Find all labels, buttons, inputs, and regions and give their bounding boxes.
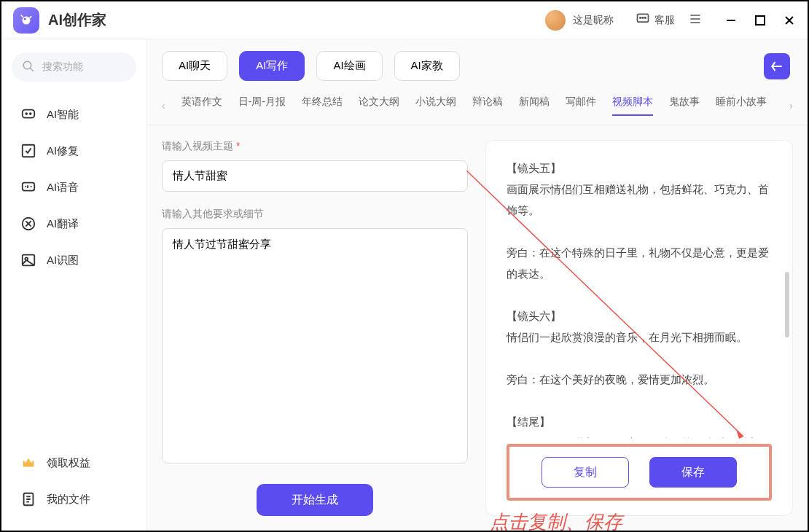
chat-icon xyxy=(636,12,650,28)
sub-tabs: ‹ 英语作文日-周-月报年终总结论文大纲小说大纲辩论稿新闻稿写邮件视频脚本鬼故事… xyxy=(147,88,808,125)
search-icon xyxy=(22,60,35,75)
sub-tab[interactable]: 小说大纲 xyxy=(415,95,456,116)
svg-point-3 xyxy=(640,17,641,19)
user-area[interactable]: 这是昵称 xyxy=(545,10,614,31)
required-mark: * xyxy=(236,140,240,152)
sidebar-item-label: AI识图 xyxy=(47,254,79,267)
ai-chat-icon xyxy=(20,106,36,122)
sidebar-item-ai-voice[interactable]: AI语音 xyxy=(12,169,136,206)
titlebar: AI创作家 这是昵称 客服 xyxy=(1,1,808,39)
sidebar-item-label: AI智能 xyxy=(47,108,79,122)
search-placeholder: 搜索功能 xyxy=(42,60,83,74)
mode-tab[interactable]: AI聊天 xyxy=(162,51,227,81)
copy-button[interactable]: 复制 xyxy=(542,457,629,488)
sub-tab[interactable]: 鬼故事 xyxy=(669,95,700,116)
sidebar-item-ai-repair[interactable]: AI修复 xyxy=(12,133,136,169)
mode-tab[interactable]: AI写作 xyxy=(239,51,305,81)
svg-point-0 xyxy=(23,16,31,24)
sidebar-item-files[interactable]: 我的文件 xyxy=(12,481,136,517)
sidebar-item-ai-smart[interactable]: AI智能 xyxy=(12,96,136,133)
sidebar-item-label: 领取权益 xyxy=(47,456,90,470)
svg-point-1 xyxy=(24,17,26,20)
voice-icon xyxy=(20,179,36,195)
save-button[interactable]: 保存 xyxy=(649,457,737,488)
nickname: 这是昵称 xyxy=(573,14,614,27)
sidebar-item-ai-translate[interactable]: AI翻译 xyxy=(12,206,136,242)
scrollbar[interactable] xyxy=(785,272,789,337)
sidebar-item-label: AI修复 xyxy=(47,144,79,158)
sub-tab[interactable]: 英语作文 xyxy=(181,95,222,116)
crown-icon xyxy=(20,455,36,471)
sidebar-item-label: AI语音 xyxy=(47,181,79,195)
history-button[interactable] xyxy=(764,53,790,79)
hamburger-icon[interactable] xyxy=(688,12,703,29)
sub-tab[interactable]: 睡前小故事 xyxy=(716,95,767,116)
svg-point-9 xyxy=(26,113,27,114)
output-panel: 【镜头五】 画面展示情侣们互相赠送礼物，包括鲜花、巧克力、首饰等。 旁白：在这个… xyxy=(485,140,793,516)
translate-icon xyxy=(20,216,36,232)
action-highlight-box: 复制 保存 xyxy=(507,444,772,501)
minimize-button[interactable] xyxy=(724,14,738,27)
generate-button[interactable]: 开始生成 xyxy=(257,484,373,516)
mode-tabs: AI聊天AI写作AI绘画AI家教 xyxy=(147,39,808,88)
sub-tab[interactable]: 新闻稿 xyxy=(519,95,550,116)
cs-label: 客服 xyxy=(654,14,675,27)
mode-tab[interactable]: AI绘画 xyxy=(316,51,382,81)
detail-textarea[interactable] xyxy=(162,228,468,463)
sub-tab[interactable]: 年终总结 xyxy=(302,95,343,116)
sidebar-item-label: AI翻译 xyxy=(47,217,79,231)
sub-tab[interactable]: 视频脚本 xyxy=(612,95,653,116)
svg-point-7 xyxy=(23,61,31,69)
svg-point-4 xyxy=(642,17,644,19)
maximize-button[interactable] xyxy=(754,14,767,27)
repair-icon xyxy=(20,143,36,159)
output-text[interactable]: 【镜头五】 画面展示情侣们互相赠送礼物，包括鲜花、巧克力、首饰等。 旁白：在这个… xyxy=(507,158,772,438)
search-input[interactable]: 搜索功能 xyxy=(12,52,136,82)
topic-input[interactable] xyxy=(162,160,468,192)
sub-tab[interactable]: 辩论稿 xyxy=(472,95,503,116)
sidebar: 搜索功能 AI智能 AI修复 AI语音 AI翻译 AI识图 领取权益 xyxy=(1,39,147,531)
svg-point-10 xyxy=(30,113,31,114)
sidebar-item-rewards[interactable]: 领取权益 xyxy=(12,445,136,481)
app-title: AI创作家 xyxy=(48,10,106,30)
file-icon xyxy=(20,491,36,507)
topic-label: 请输入视频主题 * xyxy=(162,140,468,153)
svg-point-5 xyxy=(645,17,646,19)
svg-rect-6 xyxy=(756,16,765,25)
form-column: 请输入视频主题 * 请输入其他要求或细节 开始生成 xyxy=(162,140,468,516)
app-logo xyxy=(13,7,39,34)
mode-tab[interactable]: AI家教 xyxy=(394,51,460,81)
chevron-right-icon[interactable]: › xyxy=(789,100,793,112)
sidebar-item-label: 我的文件 xyxy=(47,493,90,506)
image-icon xyxy=(20,252,36,268)
close-button[interactable] xyxy=(783,14,796,27)
content: AI聊天AI写作AI绘画AI家教 ‹ 英语作文日-周-月报年终总结论文大纲小说大… xyxy=(147,39,808,531)
sub-tab[interactable]: 日-周-月报 xyxy=(238,95,286,116)
sub-tab[interactable]: 写邮件 xyxy=(566,95,596,116)
sidebar-item-ai-image[interactable]: AI识图 xyxy=(12,242,136,278)
chevron-left-icon[interactable]: ‹ xyxy=(162,100,165,112)
detail-label: 请输入其他要求或细节 xyxy=(162,208,468,221)
avatar xyxy=(545,10,566,31)
sub-tab[interactable]: 论文大纲 xyxy=(359,95,399,116)
customer-service-button[interactable]: 客服 xyxy=(636,12,675,28)
svg-rect-8 xyxy=(23,110,35,118)
